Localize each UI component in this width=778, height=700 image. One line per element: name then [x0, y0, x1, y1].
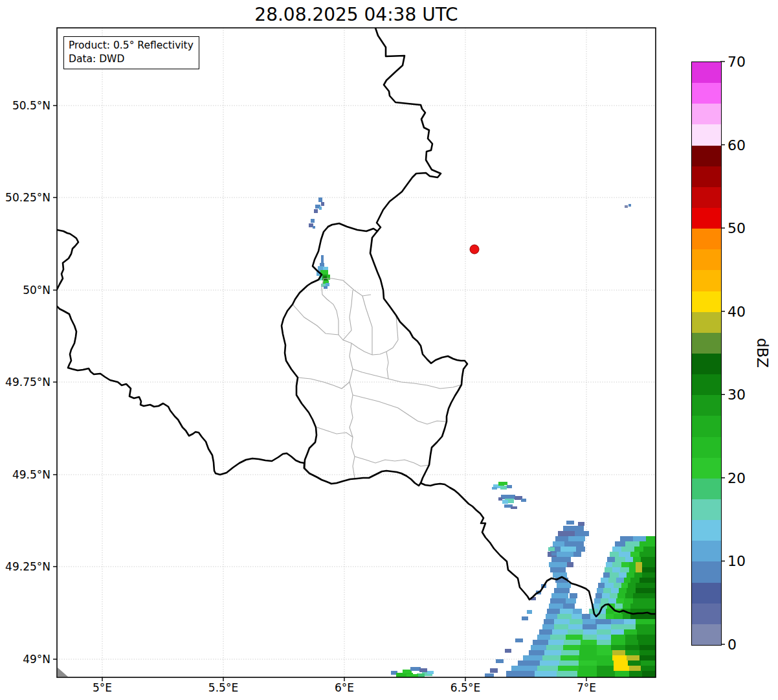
colorbar-segment: [692, 354, 721, 374]
colorbar-segment: [692, 270, 721, 291]
colorbar-segment: [692, 83, 721, 104]
y-tick-label: 49.75°N: [5, 376, 50, 389]
colorbar-segment: [692, 479, 721, 499]
info-data-line: Data: DWD: [69, 52, 194, 66]
colorbar-segment: [692, 187, 721, 208]
x-tick-label: 6°E: [335, 681, 354, 694]
colorbar-segment: [692, 561, 721, 582]
colorbar-segment: [692, 124, 721, 145]
colorbar-segment: [692, 146, 721, 166]
colorbar-segment: [692, 520, 721, 541]
x-tick-label: 6.5°E: [450, 681, 480, 694]
x-tick-label: 5°E: [93, 681, 112, 694]
colorbar-segment: [692, 229, 721, 249]
colorbar-segment: [692, 62, 721, 83]
colorbar-tick-label: 40: [728, 303, 746, 319]
colorbar-segment: [692, 541, 721, 561]
colorbar-segment: [692, 499, 721, 520]
colorbar-segment: [692, 333, 721, 354]
colorbar-segment: [692, 458, 721, 479]
colorbar-segment: [692, 208, 721, 229]
colorbar-segment: [692, 249, 721, 270]
radar-site-marker: [470, 245, 479, 254]
x-tick-label: 7°E: [577, 681, 596, 694]
y-tick-label: 50.5°N: [12, 99, 50, 112]
colorbar: [691, 62, 722, 646]
radar-figure: 28.08.2025 04:38 UTC Product: 0.5° Refle…: [0, 0, 778, 700]
colorbar-tick-label: 10: [728, 553, 746, 569]
y-tick-label: 50°N: [23, 284, 50, 297]
info-product-line: Product: 0.5° Reflectivity: [69, 39, 194, 52]
y-tick-label: 50.25°N: [5, 191, 50, 204]
colorbar-segment: [692, 437, 721, 458]
y-tick-label: 49.25°N: [5, 560, 50, 573]
colorbar-segment: [692, 624, 721, 645]
colorbar-tick-label: 70: [728, 54, 746, 70]
colorbar-tick-label: 30: [728, 387, 746, 403]
colorbar-label: dBZ: [754, 338, 771, 368]
colorbar-segment: [692, 416, 721, 436]
colorbar-tick-label: 50: [728, 220, 746, 236]
colorbar-tick-label: 60: [728, 137, 746, 153]
colorbar-segment: [692, 104, 721, 124]
colorbar-segment: [692, 395, 721, 416]
x-tick-label: 5.5°E: [208, 681, 238, 694]
colorbar-segment: [692, 312, 721, 333]
colorbar-segment: [692, 291, 721, 312]
colorbar-segment: [692, 604, 721, 624]
y-tick-label: 49°N: [23, 653, 50, 666]
y-tick-label: 49.5°N: [12, 468, 50, 481]
info-box: Product: 0.5° Reflectivity Data: DWD: [63, 36, 199, 69]
colorbar-tick-label: 20: [728, 469, 746, 486]
colorbar-segment: [692, 583, 721, 604]
colorbar-tick-label: 0: [728, 637, 737, 653]
colorbar-segment: [692, 166, 721, 187]
colorbar-segment: [692, 374, 721, 395]
map-canvas: [0, 0, 778, 700]
